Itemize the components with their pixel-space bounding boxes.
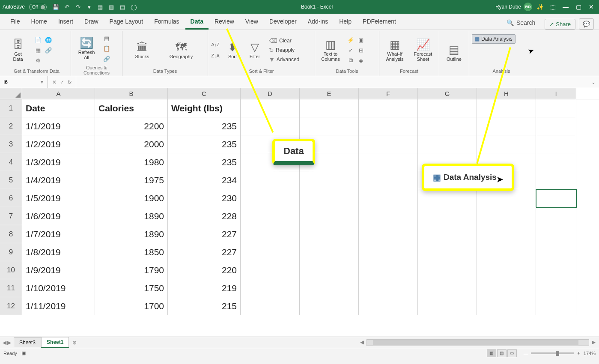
cell[interactable] bbox=[477, 189, 536, 207]
tab-view[interactable]: View bbox=[240, 15, 263, 30]
user-avatar[interactable]: RD bbox=[524, 3, 532, 11]
cell[interactable]: 1/5/2019 bbox=[22, 189, 95, 207]
save-icon[interactable]: 💾 bbox=[51, 2, 60, 12]
cell[interactable]: 1/10/2019 bbox=[22, 279, 95, 297]
cell[interactable] bbox=[536, 261, 576, 279]
cell[interactable]: 1890 bbox=[95, 225, 168, 243]
name-box[interactable]: I6 ▼ bbox=[0, 76, 48, 88]
cell[interactable] bbox=[418, 117, 477, 135]
undo-icon[interactable]: ↶ bbox=[62, 2, 72, 12]
zoom-in-button[interactable]: ＋ bbox=[576, 350, 581, 356]
sort-desc-icon[interactable]: Z↓A bbox=[211, 51, 220, 60]
row-header[interactable]: 2 bbox=[0, 117, 22, 135]
cell[interactable] bbox=[536, 171, 576, 189]
cell[interactable] bbox=[418, 135, 477, 153]
tab-review[interactable]: Review bbox=[209, 15, 239, 30]
cell[interactable] bbox=[359, 243, 418, 261]
cell[interactable] bbox=[359, 117, 418, 135]
tab-page-layout[interactable]: Page Layout bbox=[104, 15, 149, 30]
cell[interactable]: 1890 bbox=[95, 207, 168, 225]
column-header[interactable]: E bbox=[300, 88, 359, 99]
cell[interactable]: 235 bbox=[168, 153, 241, 171]
expand-formula-icon[interactable]: ⌄ bbox=[588, 79, 599, 85]
view-page-layout-icon[interactable]: ▤ bbox=[497, 349, 507, 357]
row-header[interactable]: 11 bbox=[0, 279, 22, 297]
consolidate-icon[interactable]: ⊞ bbox=[356, 45, 366, 55]
edit-links-icon[interactable]: 🔗 bbox=[102, 54, 111, 63]
cell[interactable]: Date bbox=[22, 99, 95, 117]
sort-asc-icon[interactable]: A↓Z bbox=[211, 40, 220, 49]
column-header[interactable]: D bbox=[241, 88, 300, 99]
cell[interactable] bbox=[477, 225, 536, 243]
outline-button[interactable]: ▤Outline bbox=[442, 36, 466, 69]
cell[interactable] bbox=[418, 279, 477, 297]
cell[interactable] bbox=[300, 189, 359, 207]
properties-icon[interactable]: 📋 bbox=[102, 44, 111, 53]
cell[interactable] bbox=[477, 279, 536, 297]
cell[interactable]: 215 bbox=[168, 297, 241, 315]
text-to-columns-button[interactable]: ▥Text to Columns bbox=[318, 33, 343, 67]
tab-formulas[interactable]: Formulas bbox=[149, 15, 184, 30]
row-header[interactable]: 3 bbox=[0, 135, 22, 153]
zoom-slider[interactable] bbox=[531, 352, 574, 354]
cell[interactable] bbox=[359, 171, 418, 189]
cell[interactable] bbox=[536, 207, 576, 225]
sheet-tab-sheet1[interactable]: Sheet1 bbox=[41, 337, 69, 348]
cell[interactable] bbox=[359, 189, 418, 207]
cell[interactable] bbox=[477, 135, 536, 153]
queries-icon[interactable]: ▤ bbox=[102, 33, 111, 43]
cell[interactable]: 234 bbox=[168, 171, 241, 189]
cell[interactable]: 228 bbox=[168, 207, 241, 225]
cell[interactable]: Calories bbox=[95, 99, 168, 117]
from-text-icon[interactable]: 📄 bbox=[33, 35, 43, 45]
cell[interactable] bbox=[359, 153, 418, 171]
cell[interactable]: 1/9/2019 bbox=[22, 261, 95, 279]
whatif-button[interactable]: ▦What-If Analysis bbox=[382, 33, 408, 67]
cell[interactable] bbox=[241, 243, 300, 261]
cell[interactable]: 235 bbox=[168, 117, 241, 135]
close-icon[interactable]: ✕ bbox=[586, 2, 596, 12]
existing-conn-icon[interactable]: ⚙ bbox=[33, 56, 43, 65]
validation-icon[interactable]: ✓ bbox=[346, 45, 355, 55]
cell[interactable] bbox=[418, 243, 477, 261]
cell[interactable] bbox=[241, 279, 300, 297]
column-header[interactable]: C bbox=[168, 88, 241, 99]
share-button[interactable]: ↗ Share bbox=[545, 19, 575, 30]
cell[interactable] bbox=[359, 297, 418, 315]
cell[interactable] bbox=[536, 99, 576, 117]
cell[interactable]: 235 bbox=[168, 135, 241, 153]
select-all-corner[interactable] bbox=[0, 88, 22, 99]
cell[interactable] bbox=[300, 279, 359, 297]
search-box[interactable]: 🔍 Search bbox=[501, 16, 540, 30]
cell[interactable]: 2000 bbox=[95, 135, 168, 153]
sort-button[interactable]: ⬍Sort bbox=[223, 33, 242, 67]
cell[interactable]: Weight (lbs) bbox=[168, 99, 241, 117]
column-header[interactable]: G bbox=[418, 88, 477, 99]
cell[interactable]: 1/11/2019 bbox=[22, 297, 95, 315]
from-web-icon[interactable]: 🌐 bbox=[44, 35, 53, 45]
cell[interactable] bbox=[359, 225, 418, 243]
cell[interactable]: 227 bbox=[168, 225, 241, 243]
horizontal-scrollbar[interactable] bbox=[367, 339, 589, 346]
cell[interactable]: 1/7/2019 bbox=[22, 225, 95, 243]
view-normal-icon[interactable]: ▦ bbox=[487, 349, 496, 357]
cell[interactable]: 1/4/2019 bbox=[22, 171, 95, 189]
refresh-all-button[interactable]: 🔄Refresh All bbox=[74, 32, 99, 65]
formula-input[interactable] bbox=[76, 76, 588, 88]
geography-button[interactable]: 🗺Geography bbox=[162, 33, 200, 67]
qat-icon-4[interactable]: ▤ bbox=[118, 2, 127, 12]
cell[interactable] bbox=[241, 261, 300, 279]
row-header[interactable]: 10 bbox=[0, 261, 22, 279]
tab-insert[interactable]: Insert bbox=[53, 15, 78, 30]
cell[interactable] bbox=[241, 207, 300, 225]
tab-home[interactable]: Home bbox=[26, 15, 52, 30]
cell[interactable] bbox=[300, 261, 359, 279]
cell[interactable]: 1/3/2019 bbox=[22, 153, 95, 171]
minimize-icon[interactable]: — bbox=[560, 2, 571, 12]
zoom-out-button[interactable]: — bbox=[524, 351, 528, 356]
cell[interactable] bbox=[300, 99, 359, 117]
reapply-button[interactable]: ↻Reapply bbox=[267, 46, 301, 54]
column-header[interactable]: A bbox=[22, 88, 95, 99]
cell[interactable] bbox=[359, 99, 418, 117]
row-header[interactable]: 12 bbox=[0, 297, 22, 315]
